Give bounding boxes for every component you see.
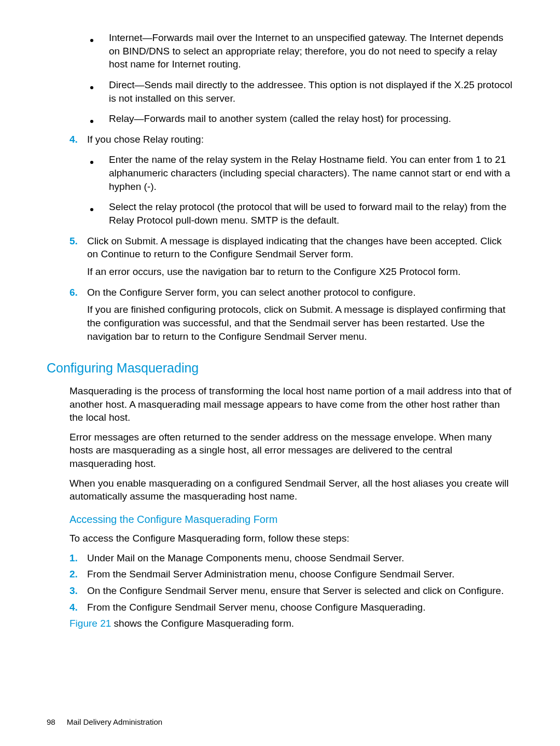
step-text: From the Configure Sendmail Server menu,…: [87, 601, 513, 614]
list-item: Direct—Sends mail directly to the addres…: [87, 78, 513, 105]
figure-reference: Figure 21: [69, 618, 111, 629]
list-item: Relay—Forwards mail to another system (c…: [87, 112, 513, 126]
section-heading-masquerading: Configuring Masquerading: [47, 360, 513, 377]
step-3: 3. On the Configure Sendmail Server menu…: [69, 584, 513, 598]
bullet-icon: [87, 112, 109, 126]
page-number: 98: [47, 717, 55, 726]
step-text: On the Configure Sendmail Server menu, e…: [87, 584, 513, 598]
step-lead: If you chose Relay routing:: [87, 133, 513, 146]
step-6: 6. On the Configure Server form, you can…: [69, 286, 513, 348]
body-paragraph: Masquerading is the process of transform…: [69, 384, 513, 424]
step-text: Click on Submit. A message is displayed …: [87, 234, 513, 283]
step-number: 3.: [69, 584, 87, 598]
subsection-heading-access-form: Accessing the Configure Masquerading For…: [69, 513, 513, 527]
step-4b: 4. From the Configure Sendmail Server me…: [69, 601, 513, 614]
body-paragraph: Error messages are often returned to the…: [69, 431, 513, 471]
step-number: 1.: [69, 551, 87, 565]
step-5: 5. Click on Submit. A message is display…: [69, 234, 513, 283]
bullet-icon: [87, 200, 109, 227]
figure-reference-tail: shows the Configure Masquerading form.: [111, 618, 294, 629]
list-item: Select the relay protocol (the protocol …: [87, 200, 513, 227]
step-number: 2.: [69, 568, 87, 581]
bullet-text: Direct—Sends mail directly to the addres…: [109, 78, 513, 105]
step-paragraph: If you are finished configuring protocol…: [87, 303, 513, 343]
step-1: 1. Under Mail on the Manage Components m…: [69, 551, 513, 565]
bullet-icon: [87, 78, 109, 105]
body-paragraph: To access the Configure Masquerading for…: [69, 532, 513, 545]
bullet-text: Select the relay protocol (the protocol …: [109, 200, 513, 227]
bullet-text: Internet—Forwards mail over the Internet…: [109, 31, 513, 71]
list-item: Enter the name of the relay system in th…: [87, 153, 513, 193]
body-paragraph: When you enable masquerading on a config…: [69, 477, 513, 503]
step-2: 2. From the Sendmail Server Administrati…: [69, 568, 513, 581]
step-paragraph: Click on Submit. A message is displayed …: [87, 234, 513, 261]
step-paragraph: If an error occurs, use the navigation b…: [87, 265, 513, 279]
page-footer: 98 Mail Delivery Administration: [47, 717, 162, 726]
step-paragraph: On the Configure Server form, you can se…: [87, 286, 513, 299]
figure-reference-line: Figure 21 shows the Configure Masqueradi…: [69, 617, 513, 630]
step-number: 4.: [69, 133, 87, 150]
chapter-title: Mail Delivery Administration: [67, 717, 162, 726]
step-number: 5.: [69, 234, 87, 283]
step-4: 4. If you chose Relay routing:: [69, 133, 513, 150]
step-number: 4.: [69, 601, 87, 614]
bullet-text: Relay—Forwards mail to another system (c…: [109, 112, 513, 126]
step-text: From the Sendmail Server Administration …: [87, 568, 513, 581]
bullet-icon: [87, 153, 109, 193]
list-item: Internet—Forwards mail over the Internet…: [87, 31, 513, 71]
bullet-icon: [87, 31, 109, 71]
step-text: On the Configure Server form, you can se…: [87, 286, 513, 348]
bullet-text: Enter the name of the relay system in th…: [109, 153, 513, 193]
step-number: 6.: [69, 286, 87, 348]
step-text: Under Mail on the Manage Components menu…: [87, 551, 513, 565]
step-text: If you chose Relay routing:: [87, 133, 513, 150]
